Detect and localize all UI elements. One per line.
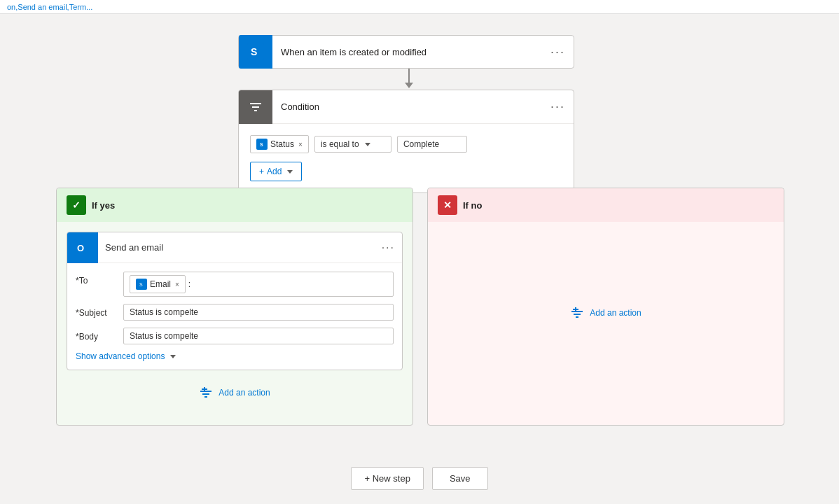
svg-text:S: S	[251, 46, 257, 57]
body-field-row: *Body Status is compelte	[76, 328, 394, 344]
svg-rect-15	[202, 388, 207, 390]
add-action-no-icon	[570, 306, 584, 320]
branch-yes-header: ✓ If yes	[57, 188, 412, 222]
new-step-label: + New step	[364, 473, 410, 484]
trigger-block: S When an item is created or modified ··…	[238, 35, 574, 69]
svg-text:S: S	[260, 142, 263, 147]
top-bar: on,Send an email,Term...	[0, 0, 839, 14]
to-field-row: *To S Email ×	[76, 272, 394, 297]
svg-text:S: S	[139, 282, 143, 287]
x-symbol: ✕	[443, 200, 452, 211]
condition-icon-svg	[248, 99, 263, 115]
email-token-close[interactable]: ×	[175, 281, 179, 288]
condition-more-button[interactable]: ···	[542, 99, 574, 114]
outlook-icon: O	[74, 239, 91, 256]
condition-row: S Status × is equal to Complete	[250, 135, 562, 153]
operator-label: is equal to	[321, 139, 359, 149]
svg-rect-16	[571, 311, 583, 312]
trigger-label: When an item is created or modified	[272, 47, 542, 57]
svg-rect-4	[254, 110, 257, 111]
email-icon-box: O	[67, 232, 98, 263]
status-token: S Status ×	[250, 135, 309, 153]
status-token-close[interactable]: ×	[298, 141, 303, 148]
email-token: S Email ×	[130, 275, 186, 293]
branch-no-header: ✕ If no	[428, 188, 784, 222]
advanced-options-label: Show advanced options	[76, 351, 165, 361]
canvas: S When an item is created or modified ··…	[0, 14, 839, 504]
condition-header: Condition ···	[239, 90, 574, 124]
advanced-chevron-icon	[170, 355, 176, 358]
add-action-yes-icon	[199, 386, 213, 400]
send-email-block: O Send an email ··· *To	[67, 232, 403, 370]
value-input[interactable]: Complete	[397, 136, 467, 153]
new-step-button[interactable]: + New step	[351, 467, 423, 490]
chevron-down-icon	[365, 143, 370, 146]
condition-block: Condition ··· S Status ×	[238, 90, 574, 193]
token-inner-icon: S	[258, 141, 265, 148]
condition-label: Condition	[272, 102, 542, 112]
send-email-label: Send an email	[98, 242, 375, 253]
to-field[interactable]: S Email × :	[123, 272, 394, 297]
advanced-options-toggle[interactable]: Show advanced options	[76, 351, 394, 361]
trigger-more-button[interactable]: ···	[542, 45, 574, 59]
x-icon: ✕	[438, 195, 457, 215]
svg-rect-18	[576, 316, 578, 318]
branch-no-title: If no	[463, 200, 482, 211]
sharepoint-icon: S	[247, 43, 264, 60]
svg-rect-17	[574, 314, 581, 315]
subject-value: Status is compelte	[130, 307, 198, 317]
send-email-more-button[interactable]: ···	[375, 241, 402, 254]
svg-rect-12	[202, 393, 209, 395]
token-icon: S	[256, 139, 268, 150]
branch-yes-title: If yes	[92, 200, 115, 211]
body-value: Status is compelte	[130, 331, 198, 341]
no-branch-content: Add an action	[428, 222, 784, 404]
svg-rect-13	[204, 396, 207, 398]
subject-field-row: *Subject Status is compelte	[76, 304, 394, 321]
add-action-no-button[interactable]: Add an action	[559, 300, 652, 326]
to-label: *To	[76, 272, 118, 286]
body-input[interactable]: Status is compelte	[123, 328, 394, 344]
connector-arrow	[405, 69, 413, 88]
value-text: Complete	[403, 139, 439, 149]
email-token-svg: S	[138, 281, 145, 288]
branches-container: ✓ If yes O Send an email ···	[56, 188, 784, 426]
add-chevron-icon	[287, 170, 293, 174]
branch-yes: ✓ If yes O Send an email ···	[56, 188, 413, 426]
arrow-line	[408, 69, 410, 83]
add-condition-button[interactable]: + Add	[250, 162, 302, 181]
save-button[interactable]: Save	[432, 467, 488, 490]
check-symbol: ✓	[72, 200, 81, 211]
operator-select[interactable]: is equal to	[314, 136, 391, 153]
subject-input[interactable]: Status is compelte	[123, 304, 394, 321]
to-suffix: :	[188, 279, 190, 289]
email-form: *To S Email ×	[67, 263, 402, 370]
add-action-yes-label: Add an action	[219, 388, 270, 398]
svg-rect-3	[252, 106, 259, 108]
svg-rect-2	[250, 103, 261, 104]
add-action-no-label: Add an action	[590, 308, 641, 318]
svg-text:O: O	[77, 243, 84, 253]
check-icon: ✓	[67, 195, 86, 215]
plus-icon: +	[259, 167, 264, 176]
svg-rect-20	[573, 309, 578, 310]
email-token-label: Email	[150, 279, 171, 289]
body-label: *Body	[76, 328, 118, 342]
email-token-icon: S	[136, 279, 147, 290]
trigger-icon: S	[239, 35, 272, 69]
condition-body: S Status × is equal to Complete +	[239, 124, 574, 192]
arrow-head	[405, 83, 413, 88]
status-token-label: Status	[270, 139, 294, 149]
breadcrumb: on,Send an email,Term...	[7, 3, 92, 11]
svg-rect-11	[200, 391, 212, 392]
save-label: Save	[450, 473, 471, 484]
branch-no: ✕ If no Add an action	[427, 188, 784, 426]
bottom-bar: + New step Save	[0, 467, 839, 490]
condition-icon	[239, 90, 272, 124]
add-action-yes-button[interactable]: Add an action	[57, 380, 412, 405]
subject-label: *Subject	[76, 304, 118, 318]
send-email-header: O Send an email ···	[67, 232, 402, 263]
add-label: Add	[267, 167, 282, 176]
